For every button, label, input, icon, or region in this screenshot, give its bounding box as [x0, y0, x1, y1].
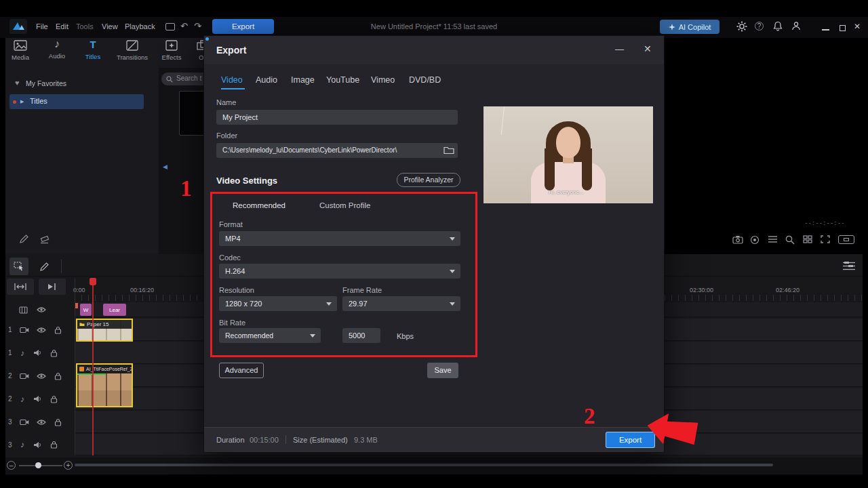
lock-icon[interactable] [50, 441, 58, 449]
lock-icon[interactable] [50, 395, 58, 403]
playhead-marker[interactable] [90, 278, 96, 285]
queue-list-icon[interactable] [768, 235, 778, 243]
tab-dvdbd[interactable]: DVD/BD [409, 75, 441, 85]
split-view-grid-icon[interactable] [803, 235, 812, 243]
undo-icon[interactable]: ↶ [180, 21, 188, 31]
tab-youtube[interactable]: YouTube [326, 75, 359, 85]
dialog-minimize-icon[interactable]: — [615, 44, 624, 54]
eraser-icon[interactable] [39, 235, 50, 244]
profile-analyzer-button[interactable]: Profile Analyzer [397, 173, 460, 187]
title-clip-1[interactable]: W [80, 304, 92, 316]
window-close-button[interactable]: ✕ [854, 22, 861, 31]
zoom-slider-handle[interactable] [35, 462, 41, 468]
track-header: 2 [0, 365, 75, 387]
tab-vimeo[interactable]: Vimeo [371, 75, 395, 85]
speaker-icon[interactable] [33, 395, 42, 403]
eye-icon[interactable] [37, 306, 46, 313]
track-number: 2 [8, 395, 16, 403]
aspect-ratio-icon[interactable] [838, 235, 854, 244]
room-tab-media[interactable]: Media [2, 40, 39, 61]
advanced-button[interactable]: Advanced [219, 363, 264, 378]
ai-copilot-button[interactable]: AI Copilot [660, 20, 719, 34]
browse-folder-icon[interactable] [441, 146, 454, 155]
folder-input[interactable]: C:\Users\melody_lu\Documents\CyberLink\P… [216, 143, 458, 158]
export-button-top[interactable]: Export [212, 19, 274, 34]
help-icon[interactable]: ? [755, 22, 764, 30]
sparkle-icon [669, 24, 675, 30]
timeline-scrollbar[interactable] [75, 464, 773, 466]
menu-file[interactable]: File [36, 22, 48, 30]
window-minimize-button[interactable] [822, 29, 829, 30]
speaker-icon[interactable] [33, 349, 42, 357]
snap-to-edge-icon [46, 283, 58, 291]
person-face [556, 127, 580, 158]
ruler-tick-label: 00:16:20 [130, 287, 154, 293]
ruler-tick-label: 02:30:00 [690, 287, 713, 293]
range-select-icon [14, 283, 27, 291]
tab-image[interactable]: Image [291, 75, 315, 85]
record-icon[interactable] [750, 235, 760, 245]
track-manager-icon[interactable] [842, 261, 856, 271]
track-number: 1 [8, 326, 16, 333]
save-button[interactable]: Save [427, 363, 458, 378]
panel-collapse-icon[interactable]: ◀ [163, 163, 167, 170]
folder-label: Folder [216, 131, 237, 140]
dialog-header[interactable] [204, 36, 664, 64]
room-tab-titles[interactable]: T Titles [75, 39, 111, 60]
menu-playback[interactable]: Playback [125, 22, 155, 30]
account-icon[interactable] [791, 21, 801, 30]
eye-icon[interactable] [37, 373, 46, 380]
preview-timecode: --:--:--:-- [804, 220, 845, 226]
clip-thumbnails [77, 390, 132, 406]
tab-audio[interactable]: Audio [256, 75, 277, 85]
toolbar-divider [61, 260, 62, 273]
redo-icon[interactable]: ↷ [194, 21, 201, 31]
zoom-out-button[interactable]: – [7, 461, 16, 470]
track-header: 1 ♪ [0, 342, 75, 364]
folder-expand-icon[interactable]: ▶ [20, 99, 24, 104]
window-maximize-button[interactable] [840, 25, 846, 31]
timeline-tool-button-2[interactable] [39, 279, 66, 295]
track-number: 3 [8, 441, 16, 449]
dialog-close-icon[interactable]: ✕ [644, 43, 652, 54]
search-icon [166, 76, 173, 83]
room-tab-transitions[interactable]: Transitions [113, 40, 152, 61]
active-tab-underline [221, 88, 245, 89]
zoom-magnifier-icon[interactable] [785, 235, 795, 245]
name-input[interactable]: My Project [216, 110, 458, 125]
room-tab-audio[interactable]: ♪ Audio [39, 39, 75, 60]
fullscreen-expand-icon[interactable] [821, 235, 830, 243]
person-hair-left [545, 148, 555, 190]
settings-gear-icon[interactable] [736, 21, 747, 32]
timeline-clip-ai[interactable]: AI_TtiFacePoseRef_2 [76, 363, 133, 407]
select-tool-icon [14, 262, 24, 271]
lock-icon[interactable] [50, 349, 58, 357]
title-clip-2[interactable]: Lear [103, 304, 126, 316]
speaker-icon[interactable] [33, 441, 42, 449]
eye-icon[interactable] [37, 327, 46, 333]
library-folder-titles[interactable]: ▶ Titles [9, 94, 144, 109]
snapshot-camera-icon[interactable] [732, 235, 743, 244]
eye-icon[interactable] [37, 419, 46, 426]
menu-tools[interactable]: Tools [76, 22, 94, 30]
menu-view[interactable]: View [102, 22, 118, 30]
menu-edit[interactable]: Edit [56, 22, 68, 30]
timeline-tool-button-1[interactable] [7, 279, 34, 295]
select-tool-button[interactable] [9, 258, 28, 275]
ai-copilot-label: AI Copilot [679, 23, 711, 31]
lock-icon[interactable] [54, 372, 62, 380]
video-track-icon [20, 419, 29, 426]
display-mode-icon[interactable] [165, 23, 175, 30]
tab-video[interactable]: Video [221, 75, 243, 85]
audio-track-icon: ♪ [20, 441, 24, 449]
notifications-bell-icon[interactable] [773, 21, 783, 31]
search-input[interactable]: Search t [176, 75, 201, 82]
pen-icon[interactable] [19, 234, 29, 244]
timeline-clip-paper[interactable]: Paper 15 [76, 319, 133, 342]
lock-icon[interactable] [54, 326, 62, 334]
lock-icon[interactable] [54, 418, 62, 426]
zoom-in-button[interactable]: + [64, 461, 73, 470]
app-logo [9, 19, 27, 34]
pencil-tool-icon[interactable] [39, 262, 50, 272]
advanced-button-label: Advanced [225, 366, 258, 374]
